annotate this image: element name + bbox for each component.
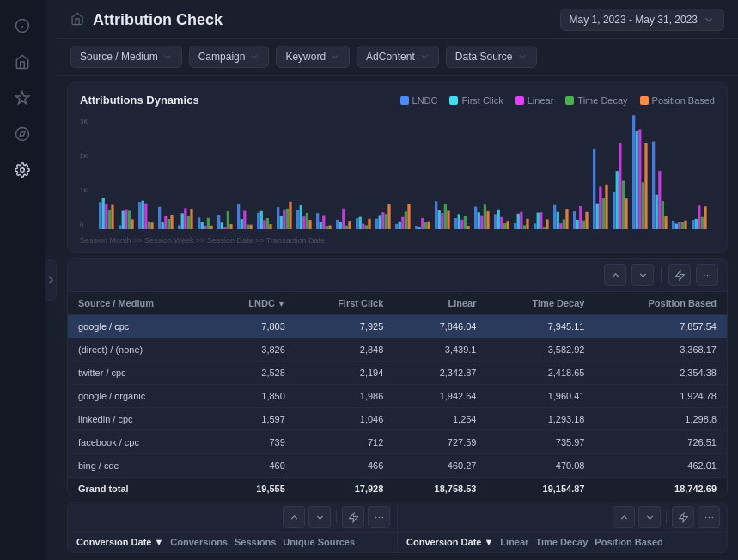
bp-left-down[interactable] [308, 506, 331, 528]
bp-right-col-position-based[interactable]: Position Based [595, 537, 662, 547]
svg-rect-100 [438, 210, 441, 229]
col-linear[interactable]: Linear [393, 292, 486, 315]
bp-left-more[interactable] [368, 506, 390, 528]
cell-linear: 3,439.1 [393, 338, 486, 362]
bp-right-down[interactable] [638, 506, 661, 528]
bp-left-up[interactable] [283, 506, 305, 528]
grand-total-label: Grand total [68, 478, 210, 497]
svg-rect-27 [148, 222, 150, 229]
bp-right-more[interactable] [698, 506, 720, 528]
bottom-panel-right: Conversion Date ▼ Linear Time Decay Posi… [397, 502, 727, 552]
sidebar-item-home[interactable] [7, 46, 38, 77]
filter-source-medium[interactable]: Source / Medium [70, 46, 182, 68]
svg-rect-65 [300, 205, 302, 229]
bp-col-sessions[interactable]: Sessions [235, 537, 276, 547]
sidebar-item-settings[interactable] [7, 155, 38, 186]
col-source-medium[interactable]: Source / Medium [68, 292, 210, 315]
svg-rect-112 [484, 204, 486, 229]
svg-rect-70 [320, 222, 322, 229]
toolbar-up-button[interactable] [604, 264, 626, 286]
svg-rect-77 [345, 226, 348, 229]
svg-point-170 [703, 274, 704, 276]
svg-point-172 [710, 274, 711, 276]
svg-rect-24 [138, 202, 141, 229]
svg-rect-25 [142, 201, 144, 229]
bp-left-lightning[interactable] [342, 506, 364, 528]
svg-point-3 [16, 128, 29, 141]
filter-keyword[interactable]: Keyword [276, 46, 350, 68]
bottom-panel-left-header: Conversion Date ▼ Conversions Sessions U… [68, 533, 397, 551]
table-row: linkedin / cpc 1,597 1,046 1,254 1,293.1… [68, 408, 727, 431]
svg-rect-121 [520, 212, 522, 229]
bottom-panel-right-header: Conversion Date ▼ Linear Time Decay Posi… [398, 533, 727, 551]
bp-right-col-linear[interactable]: Linear [500, 537, 528, 547]
cell-time-decay: 735.97 [486, 431, 595, 454]
header: Attribution Check May 1, 2023 - May 31, … [57, 0, 738, 39]
bp-col-unique-sources[interactable]: Unique Sources [283, 537, 355, 547]
cell-time-decay: 1,960.41 [486, 385, 595, 408]
svg-rect-163 [684, 221, 686, 229]
cell-position-based: 1,298.8 [595, 408, 727, 431]
svg-rect-83 [368, 219, 370, 229]
cell-position-based: 726.51 [595, 431, 727, 454]
col-lndc[interactable]: LNDC ▼ [210, 292, 296, 315]
svg-rect-69 [316, 213, 319, 229]
sidebar-item-info[interactable] [7, 10, 38, 41]
svg-rect-127 [543, 227, 546, 229]
sidebar-item-sparkle[interactable] [7, 82, 38, 113]
bp-right-col-time-decay[interactable]: Time Decay [535, 537, 588, 547]
svg-rect-165 [695, 219, 698, 229]
svg-rect-23 [131, 219, 133, 229]
toolbar-more-button[interactable] [696, 264, 718, 286]
legend-position-based-label: Position Based [652, 95, 715, 106]
date-range-picker[interactable]: May 1, 2023 - May 31, 2023 [560, 9, 724, 31]
toolbar-down-button[interactable] [631, 264, 654, 286]
cell-position-based: 3,368.17 [595, 338, 727, 362]
legend-time-decay: Time Decay [565, 95, 627, 106]
sidebar-expand-tab[interactable] [45, 259, 57, 301]
bp-right-col-conversion-date[interactable]: Conversion Date ▼ [406, 537, 493, 547]
header-left: Attribution Check [70, 11, 223, 29]
cell-lndc: 739 [210, 431, 296, 454]
svg-rect-81 [362, 224, 364, 229]
cell-first-click: 1,046 [296, 408, 393, 431]
svg-rect-147 [622, 180, 625, 229]
legend-lndc-dot [400, 96, 409, 105]
svg-rect-88 [387, 204, 390, 229]
svg-rect-118 [506, 221, 509, 229]
svg-rect-16 [105, 204, 107, 229]
col-first-click[interactable]: First Click [296, 292, 393, 315]
svg-rect-33 [170, 215, 173, 229]
bp-right-lightning[interactable] [672, 506, 694, 528]
svg-point-5 [21, 168, 25, 173]
svg-rect-82 [365, 225, 368, 229]
chart-header: Attributions Dynamics LNDC First Click L… [80, 94, 715, 107]
svg-rect-101 [441, 213, 443, 229]
sidebar-item-compass[interactable] [7, 119, 38, 149]
svg-rect-153 [644, 143, 647, 229]
bp-col-conversions[interactable]: Conversions [170, 537, 228, 547]
svg-rect-148 [625, 198, 627, 229]
svg-rect-144 [613, 192, 615, 229]
chart-legend: LNDC First Click Linear Time Decay Posit… [400, 95, 715, 106]
cell-linear: 1,942.64 [393, 385, 486, 408]
svg-rect-105 [458, 214, 460, 229]
bottom-panels: Conversion Date ▼ Conversions Sessions U… [67, 502, 728, 553]
legend-linear-dot [515, 96, 524, 105]
col-position-based[interactable]: Position Based [595, 292, 727, 315]
toolbar-lightning-button[interactable] [668, 264, 691, 286]
bottom-panel-left: Conversion Date ▼ Conversions Sessions U… [68, 502, 397, 552]
svg-rect-53 [249, 225, 252, 229]
svg-point-178 [704, 516, 706, 518]
col-time-decay[interactable]: Time Decay [486, 292, 595, 315]
bp-right-up[interactable] [613, 506, 635, 528]
cell-position-based: 462.01 [595, 454, 727, 478]
filter-data-source[interactable]: Data Source [446, 46, 537, 68]
svg-rect-34 [178, 225, 180, 229]
filter-adcontent[interactable]: AdContent [357, 46, 439, 68]
svg-rect-143 [605, 185, 607, 229]
svg-rect-20 [122, 211, 125, 229]
bp-col-conversion-date[interactable]: Conversion Date ▼ [76, 537, 163, 547]
filter-campaign[interactable]: Campaign [189, 46, 270, 68]
svg-rect-21 [125, 210, 127, 229]
